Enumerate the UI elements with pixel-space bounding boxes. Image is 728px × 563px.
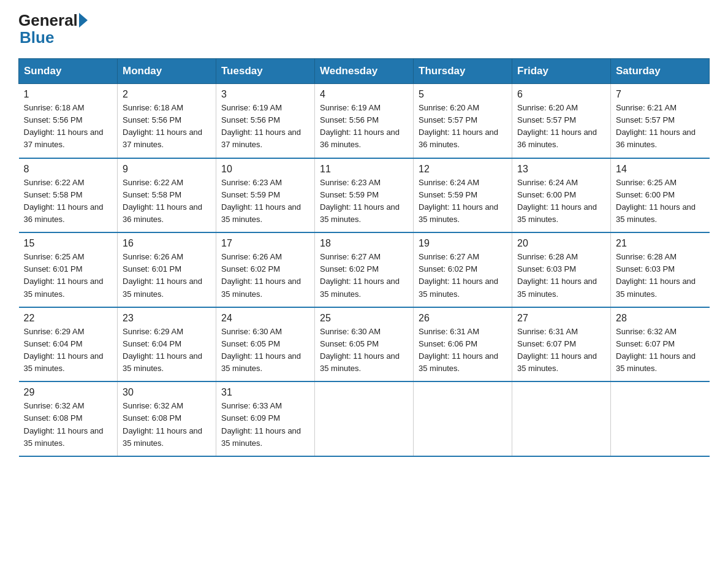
day-info: Sunrise: 6:18 AMSunset: 5:56 PMDaylight:… <box>24 102 113 151</box>
day-number: 22 <box>24 313 113 324</box>
day-info: Sunrise: 6:20 AMSunset: 5:57 PMDaylight:… <box>419 102 507 151</box>
day-info: Sunrise: 6:27 AMSunset: 6:02 PMDaylight:… <box>320 251 408 301</box>
week-row-4: 22Sunrise: 6:29 AMSunset: 6:04 PMDayligh… <box>19 307 710 382</box>
day-info: Sunrise: 6:20 AMSunset: 5:57 PMDaylight:… <box>517 102 605 151</box>
calendar-cell: 13Sunrise: 6:24 AMSunset: 6:00 PMDayligh… <box>512 158 611 233</box>
calendar-cell: 12Sunrise: 6:24 AMSunset: 5:59 PMDayligh… <box>414 158 512 233</box>
day-number: 5 <box>419 89 507 100</box>
calendar-cell: 20Sunrise: 6:28 AMSunset: 6:03 PMDayligh… <box>512 232 611 307</box>
calendar-cell: 19Sunrise: 6:27 AMSunset: 6:02 PMDayligh… <box>414 232 512 307</box>
day-info: Sunrise: 6:29 AMSunset: 6:04 PMDaylight:… <box>123 326 211 375</box>
day-number: 29 <box>24 387 113 398</box>
day-info: Sunrise: 6:22 AMSunset: 5:58 PMDaylight:… <box>123 177 211 226</box>
day-number: 27 <box>517 313 605 324</box>
header-saturday: Saturday <box>611 59 710 84</box>
day-info: Sunrise: 6:30 AMSunset: 6:05 PMDaylight:… <box>320 326 408 375</box>
day-info: Sunrise: 6:26 AMSunset: 6:02 PMDaylight:… <box>221 251 309 301</box>
day-number: 14 <box>616 164 705 175</box>
calendar-cell: 6Sunrise: 6:20 AMSunset: 5:57 PMDaylight… <box>512 84 611 158</box>
calendar-cell <box>414 381 512 456</box>
day-number: 18 <box>320 238 408 249</box>
day-info: Sunrise: 6:30 AMSunset: 6:05 PMDaylight:… <box>221 326 309 375</box>
calendar-cell <box>315 381 414 456</box>
calendar-cell: 22Sunrise: 6:29 AMSunset: 6:04 PMDayligh… <box>19 307 118 382</box>
logo-blue-text: Blue <box>18 28 54 47</box>
calendar-header: SundayMondayTuesdayWednesdayThursdayFrid… <box>19 59 710 84</box>
day-number: 2 <box>123 89 211 100</box>
day-number: 19 <box>419 238 507 249</box>
day-number: 16 <box>123 238 211 249</box>
logo: General Blue <box>18 12 89 47</box>
calendar-cell: 5Sunrise: 6:20 AMSunset: 5:57 PMDaylight… <box>414 84 512 158</box>
day-info: Sunrise: 6:27 AMSunset: 6:02 PMDaylight:… <box>419 251 507 301</box>
calendar-cell: 21Sunrise: 6:28 AMSunset: 6:03 PMDayligh… <box>611 232 710 307</box>
day-number: 26 <box>419 313 507 324</box>
logo-triangle-icon <box>79 13 88 28</box>
day-number: 21 <box>616 238 705 249</box>
calendar-cell: 3Sunrise: 6:19 AMSunset: 5:56 PMDaylight… <box>216 84 315 158</box>
calendar-cell: 9Sunrise: 6:22 AMSunset: 5:58 PMDaylight… <box>118 158 216 233</box>
day-number: 13 <box>517 164 605 175</box>
calendar-cell: 18Sunrise: 6:27 AMSunset: 6:02 PMDayligh… <box>315 232 414 307</box>
day-number: 8 <box>24 164 113 175</box>
week-row-1: 1Sunrise: 6:18 AMSunset: 5:56 PMDaylight… <box>19 84 710 158</box>
day-info: Sunrise: 6:22 AMSunset: 5:58 PMDaylight:… <box>24 177 113 226</box>
calendar-cell: 25Sunrise: 6:30 AMSunset: 6:05 PMDayligh… <box>315 307 414 382</box>
day-number: 30 <box>123 387 211 398</box>
day-info: Sunrise: 6:25 AMSunset: 6:01 PMDaylight:… <box>24 251 113 301</box>
day-info: Sunrise: 6:28 AMSunset: 6:03 PMDaylight:… <box>517 251 605 301</box>
calendar-cell: 31Sunrise: 6:33 AMSunset: 6:09 PMDayligh… <box>216 381 315 456</box>
calendar-cell: 11Sunrise: 6:23 AMSunset: 5:59 PMDayligh… <box>315 158 414 233</box>
day-number: 23 <box>123 313 211 324</box>
day-number: 20 <box>517 238 605 249</box>
header-monday: Monday <box>118 59 216 84</box>
day-number: 4 <box>320 89 408 100</box>
day-number: 6 <box>517 89 605 100</box>
calendar-cell: 14Sunrise: 6:25 AMSunset: 6:00 PMDayligh… <box>611 158 710 233</box>
day-number: 11 <box>320 164 408 175</box>
calendar-cell: 23Sunrise: 6:29 AMSunset: 6:04 PMDayligh… <box>118 307 216 382</box>
day-info: Sunrise: 6:19 AMSunset: 5:56 PMDaylight:… <box>320 102 408 151</box>
day-info: Sunrise: 6:19 AMSunset: 5:56 PMDaylight:… <box>221 102 309 151</box>
day-number: 15 <box>24 238 113 249</box>
day-number: 28 <box>616 313 705 324</box>
calendar-cell: 29Sunrise: 6:32 AMSunset: 6:08 PMDayligh… <box>19 381 118 456</box>
calendar-cell: 27Sunrise: 6:31 AMSunset: 6:07 PMDayligh… <box>512 307 611 382</box>
day-info: Sunrise: 6:31 AMSunset: 6:07 PMDaylight:… <box>517 326 605 375</box>
calendar-cell: 28Sunrise: 6:32 AMSunset: 6:07 PMDayligh… <box>611 307 710 382</box>
logo-general-text: General <box>18 12 78 28</box>
day-info: Sunrise: 6:23 AMSunset: 5:59 PMDaylight:… <box>320 177 408 226</box>
day-info: Sunrise: 6:21 AMSunset: 5:57 PMDaylight:… <box>616 102 705 151</box>
week-row-3: 15Sunrise: 6:25 AMSunset: 6:01 PMDayligh… <box>19 232 710 307</box>
week-row-2: 8Sunrise: 6:22 AMSunset: 5:58 PMDaylight… <box>19 158 710 233</box>
day-info: Sunrise: 6:24 AMSunset: 6:00 PMDaylight:… <box>517 177 605 226</box>
calendar-cell <box>611 381 710 456</box>
day-info: Sunrise: 6:32 AMSunset: 6:08 PMDaylight:… <box>24 400 113 450</box>
calendar-table: SundayMondayTuesdayWednesdayThursdayFrid… <box>18 58 710 457</box>
day-info: Sunrise: 6:25 AMSunset: 6:00 PMDaylight:… <box>616 177 705 226</box>
header-wednesday: Wednesday <box>315 59 414 84</box>
day-info: Sunrise: 6:24 AMSunset: 5:59 PMDaylight:… <box>419 177 507 226</box>
header-friday: Friday <box>512 59 611 84</box>
day-number: 10 <box>221 164 309 175</box>
calendar-cell: 15Sunrise: 6:25 AMSunset: 6:01 PMDayligh… <box>19 232 118 307</box>
day-info: Sunrise: 6:33 AMSunset: 6:09 PMDaylight:… <box>221 400 309 450</box>
page-header: General Blue <box>18 12 710 47</box>
day-number: 3 <box>221 89 309 100</box>
calendar-cell: 1Sunrise: 6:18 AMSunset: 5:56 PMDaylight… <box>19 84 118 158</box>
day-number: 31 <box>221 387 309 398</box>
day-info: Sunrise: 6:26 AMSunset: 6:01 PMDaylight:… <box>123 251 211 301</box>
day-number: 1 <box>24 89 113 100</box>
calendar-cell: 30Sunrise: 6:32 AMSunset: 6:08 PMDayligh… <box>118 381 216 456</box>
calendar-cell: 7Sunrise: 6:21 AMSunset: 5:57 PMDaylight… <box>611 84 710 158</box>
calendar-cell: 17Sunrise: 6:26 AMSunset: 6:02 PMDayligh… <box>216 232 315 307</box>
header-sunday: Sunday <box>19 59 118 84</box>
day-number: 7 <box>616 89 705 100</box>
header-thursday: Thursday <box>414 59 512 84</box>
calendar-cell: 2Sunrise: 6:18 AMSunset: 5:56 PMDaylight… <box>118 84 216 158</box>
day-info: Sunrise: 6:18 AMSunset: 5:56 PMDaylight:… <box>123 102 211 151</box>
day-info: Sunrise: 6:32 AMSunset: 6:07 PMDaylight:… <box>616 326 705 375</box>
week-row-5: 29Sunrise: 6:32 AMSunset: 6:08 PMDayligh… <box>19 381 710 456</box>
calendar-cell: 4Sunrise: 6:19 AMSunset: 5:56 PMDaylight… <box>315 84 414 158</box>
day-info: Sunrise: 6:32 AMSunset: 6:08 PMDaylight:… <box>123 400 211 450</box>
